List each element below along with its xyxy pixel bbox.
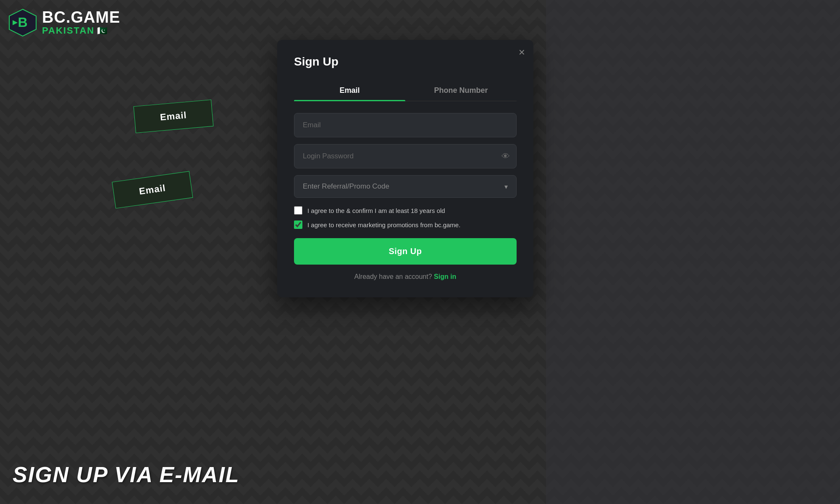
flag-icon: 🇵🇰 bbox=[97, 26, 108, 36]
signup-modal: × Sign Up Email Phone Number 👁 Enter Ref… bbox=[277, 40, 533, 297]
signin-row: Already have an account? Sign in bbox=[294, 273, 517, 281]
age-confirm-checkbox[interactable] bbox=[294, 206, 302, 215]
age-confirm-row: I agree to the & confirm I am at least 1… bbox=[294, 206, 517, 215]
password-field-group: 👁 bbox=[294, 144, 517, 168]
marketing-checkbox[interactable] bbox=[294, 220, 302, 229]
signup-button[interactable]: Sign Up bbox=[294, 238, 517, 265]
hero-text: SIGN UP VIA E-MAIL bbox=[13, 462, 240, 487]
tab-phone[interactable]: Phone Number bbox=[405, 80, 517, 101]
signin-link[interactable]: Sign in bbox=[434, 273, 456, 280]
marketing-row: I agree to receive marketing promotions … bbox=[294, 220, 517, 229]
close-button[interactable]: × bbox=[519, 47, 525, 58]
promo-code-row[interactable]: Enter Referral/Promo Code ▾ bbox=[294, 175, 517, 198]
bc-game-logo-icon: B bbox=[8, 8, 37, 37]
password-visibility-toggle[interactable]: 👁 bbox=[501, 152, 510, 161]
logo-text: BC.GAME PAKISTAN 🇵🇰 bbox=[42, 9, 120, 36]
age-confirm-label: I agree to the & confirm I am at least 1… bbox=[307, 207, 445, 214]
brand-name: BC.GAME bbox=[42, 9, 120, 25]
email-field-group bbox=[294, 113, 517, 137]
marketing-label: I agree to receive marketing promotions … bbox=[307, 221, 460, 228]
signup-tabs: Email Phone Number bbox=[294, 80, 517, 101]
brand-subtitle: PAKISTAN 🇵🇰 bbox=[42, 25, 120, 36]
signin-prompt: Already have an account? bbox=[354, 273, 432, 280]
modal-title: Sign Up bbox=[294, 55, 517, 68]
right-overlay bbox=[546, 0, 840, 504]
promo-chevron-icon: ▾ bbox=[504, 183, 508, 191]
password-wrapper: 👁 bbox=[294, 144, 517, 168]
svg-text:B: B bbox=[18, 15, 27, 30]
email-input[interactable] bbox=[294, 113, 517, 137]
logo-area: B BC.GAME PAKISTAN 🇵🇰 bbox=[8, 8, 120, 37]
promo-label: Enter Referral/Promo Code bbox=[303, 182, 389, 191]
tab-email[interactable]: Email bbox=[294, 80, 405, 101]
password-input[interactable] bbox=[294, 144, 517, 168]
